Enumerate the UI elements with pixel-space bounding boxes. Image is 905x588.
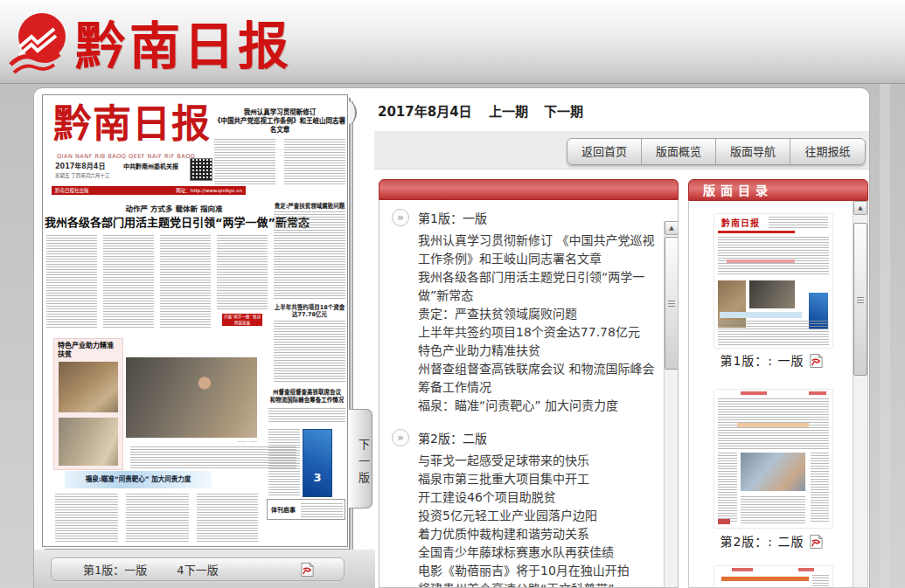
fake-text-column (217, 235, 268, 310)
mini-red-bar (718, 231, 795, 233)
section1-items: 我州认真学习贯彻新修订 《中国共产党巡视工作条例》和王岐山同志署名文章 我州各级… (418, 232, 656, 415)
fuquan-headline: 福泉:瞄准“问责靶心” 加大问责力度 (65, 471, 212, 488)
preview-page-bar: 第1版：一版 4下一版 (51, 557, 345, 581)
next-page-tab[interactable]: 下一版 (349, 409, 372, 508)
thumbnail-caption-2[interactable]: 第2版：: 二版 (689, 532, 853, 550)
fake-text-column (741, 496, 805, 524)
fake-text-column (812, 575, 829, 587)
preview-publisher: 黔南日报社出版 (55, 187, 89, 194)
preview-org-line: 中共黔南州委机关报 (123, 163, 188, 170)
page-navigation-button[interactable]: 版面导航 (716, 139, 790, 164)
article-link[interactable]: 与菲戈一起感受足球带来的快乐 (418, 452, 656, 470)
background-strip (880, 84, 890, 588)
section-chevron-icon: » (392, 429, 409, 446)
notice-box: 体刊启事 (267, 499, 345, 520)
fake-text-column (274, 211, 345, 301)
fake-text-column (284, 139, 345, 186)
article-link[interactable]: 电影《勒蓓丽吉》将于10月在独山开拍 (418, 562, 656, 580)
scrollbar-thumb[interactable] (665, 237, 679, 370)
page-thumbnail-3[interactable] (714, 566, 832, 588)
preview-date: 2017年8月4日 (55, 163, 105, 170)
preview-meeting-headline: 州督查组督查高铁联席会议 和物流国际峰会筹备工作情况 (268, 389, 345, 405)
mini-highlight (727, 259, 795, 263)
mini-masthead: 黔南日报 (721, 216, 760, 229)
article-link[interactable]: 上半年共签约项目18个资金达77.78亿元 (418, 323, 656, 342)
article-link[interactable]: 投资5亿元轻工业产业园落户边阳 (418, 507, 656, 525)
fake-text-column (769, 217, 828, 229)
preview-masthead-pinyin: QIAN NANF RIB BAOQ QEEF NAIF RIF BAOD (57, 153, 195, 160)
prev-issue-link[interactable]: 上一期 (489, 101, 528, 120)
scrollbar-thumb[interactable] (853, 223, 867, 376)
pdf-icon[interactable] (810, 354, 823, 368)
page-overview-button[interactable]: 版面概览 (642, 139, 716, 164)
pdf-icon[interactable] (810, 535, 823, 549)
article-link[interactable]: 特色产业助力精准扶贫 (418, 342, 656, 360)
section-page1[interactable]: » 第1版：一版 (392, 209, 654, 226)
front-page-preview[interactable]: 黔南日报 QIAN NANF RIB BAOQ QEEF NAIF RIF BA… (42, 94, 348, 547)
fake-text-column (718, 237, 829, 275)
directory-scrollbar[interactable]: ▲ (853, 201, 867, 588)
photo-story-headline: 特色产业助力精准扶贫 (58, 342, 119, 359)
past-issues-button[interactable]: 往期报纸 (790, 139, 865, 164)
mini-red-title-bar (809, 391, 826, 395)
preview-right-headline-1: 贵定:严查扶贫领域腐败问题 (274, 201, 345, 210)
qr-code (190, 158, 212, 181)
article-list-panel: » 第1版：一版 我州认真学习贯彻新修订 《中国共产党巡视工作条例》和王岐山同志… (379, 179, 679, 588)
fake-text-column (301, 503, 343, 517)
fake-text-column (718, 453, 737, 522)
article-link[interactable]: 福泉：瞄准“问责靶心” 加大问责力度 (418, 397, 656, 415)
fake-text-column (160, 235, 211, 328)
scroll-up-arrow[interactable]: ▲ (665, 221, 679, 235)
fake-text-column (718, 321, 829, 345)
mini-orange-bar (721, 577, 809, 581)
thumbnail-caption-1[interactable]: 第1版：: 一版 (689, 351, 853, 369)
fake-text-column (214, 139, 275, 186)
section-page2[interactable]: » 第2版：二版 (392, 429, 654, 446)
page-thumbnail-1[interactable]: 黔南日报 (714, 214, 832, 348)
mini-red-title-bar (741, 391, 767, 395)
home-button[interactable]: 返回首页 (567, 139, 642, 164)
next-issue-link[interactable]: 下一期 (544, 101, 583, 120)
preview-masthead: 黔南日报 (53, 97, 211, 151)
mini-wave (720, 312, 802, 318)
fake-text-column (274, 321, 345, 384)
fake-text-column (55, 494, 118, 543)
mini-red-title-bar (732, 568, 753, 571)
newspaper-reader-window: 黔南日报 2017年8月4日 上一期 下一期 返回首页 版面概览 版面导航 往期… (0, 0, 905, 588)
issue-date: 2017年8月4日 (378, 101, 472, 120)
article-link[interactable]: 我州各级各部门用活主题党日引领“两学一做”新常态 (418, 268, 656, 305)
next-page-button[interactable]: 4下一版 (52, 561, 344, 578)
article-link[interactable]: 将建贵州首个高速公路“天文科普带” (418, 580, 656, 588)
top-banner: 黔南日报 (0, 0, 905, 84)
photo-caption-line: —— · —— (174, 439, 257, 444)
page-thumbnail-2[interactable] (714, 390, 832, 528)
sun-wave-logo-icon (9, 10, 72, 75)
site-title: 黔南日报 (75, 5, 292, 79)
scroll-up-arrow[interactable]: ▲ (853, 201, 867, 215)
article-link[interactable]: 着力优质仲裁构建和谐劳动关系 (418, 525, 656, 543)
article-link[interactable]: 全国青少年藤球标赛惠水队再获佳绩 (418, 543, 656, 562)
article-link[interactable]: 贵定：严查扶贫领域腐败问题 (418, 305, 656, 323)
fake-text-column (103, 235, 154, 328)
article-list-header (379, 179, 679, 200)
article-list-scrollbar[interactable]: ▲ (664, 221, 679, 588)
pdf-icon[interactable] (301, 563, 314, 577)
preview-kicker: 动作严 方式多 载体新 指向准 (95, 203, 253, 213)
article-link[interactable]: 州督查组督查高铁联席会议 和物流国际峰会筹备工作情况 (418, 360, 656, 397)
small-photo (59, 418, 118, 466)
article-link[interactable]: 开工建设46个项目助脱贫 (418, 488, 656, 507)
preview-top-headline: 我州认真学习贯彻新修订 《中国共产党巡视工作条例》和王岐山同志署名文章 (214, 108, 345, 135)
main-photo (126, 357, 257, 438)
article-list-content: » 第1版：一版 我州认真学习贯彻新修订 《中国共产党巡视工作条例》和王岐山同志… (379, 200, 663, 588)
article-link[interactable]: 福泉市第三批重大项目集中开工 (418, 470, 656, 488)
article-link[interactable]: 我州认真学习贯彻新修订 《中国共产党巡视工作条例》和王岐山同志署名文章 (418, 232, 656, 268)
preview-main-headline: 我州各级各部门用活主题党日引领“两学一做”新常态 (45, 213, 300, 230)
fake-text-column (46, 235, 97, 328)
fake-text-column (197, 494, 258, 543)
preview-lunar-date: 星期五 丁酉年闰六月十三 (55, 172, 109, 179)
photo-story-box: 特色产业助力精准扶贫 (53, 338, 123, 470)
preview-website: 网址：http://www.qnrbye.cn (176, 187, 242, 194)
fake-text-column (268, 408, 345, 424)
page-directory-title: 版面目录 (688, 179, 868, 201)
mini-photo (741, 453, 805, 491)
